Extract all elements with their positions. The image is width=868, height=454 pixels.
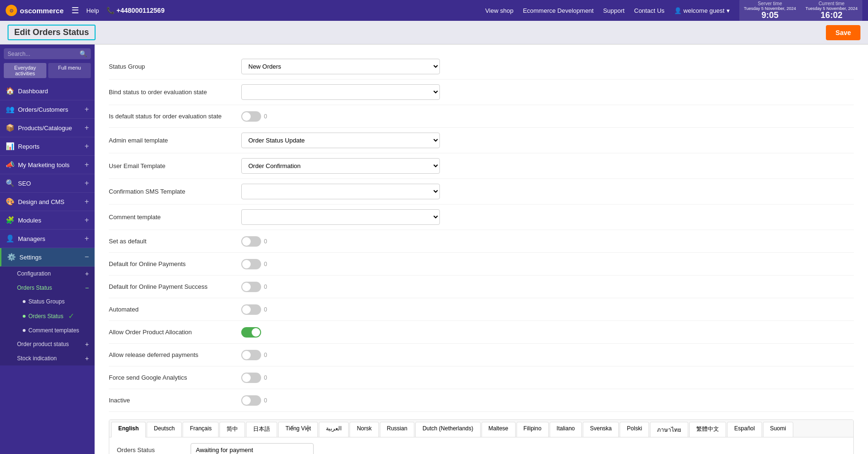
sidebar-item-seo[interactable]: 🔍 SEO +	[0, 174, 95, 193]
sidebar-item-label: SEO	[18, 180, 31, 187]
sidebar-sub-orders-status[interactable]: Orders Status ✓	[0, 308, 95, 324]
field-control-user-email[interactable]: Order Confirmation Order Status Update	[241, 158, 440, 174]
orders-status-input[interactable]	[191, 443, 314, 454]
lang-tab-english[interactable]: English	[111, 422, 146, 437]
support-link[interactable]: Support	[603, 7, 625, 14]
toggle-wrap-is-default: 0	[241, 111, 440, 122]
toggle-allow-deferred[interactable]	[241, 350, 261, 360]
orders-icon: 👥	[6, 105, 14, 114]
toggle-set-default[interactable]	[241, 236, 261, 247]
toggle-is-default[interactable]	[241, 111, 261, 122]
sidebar-sub-label: Orders Status	[28, 313, 63, 320]
view-shop-link[interactable]: View shop	[485, 7, 514, 14]
form-row-set-default: Set as default 0	[109, 230, 854, 253]
toggle-default-online[interactable]	[241, 259, 261, 269]
sidebar-item-marketing[interactable]: 📣 My Marketing tools +	[0, 156, 95, 174]
everyday-activities-tab[interactable]: Everyday activities	[4, 63, 46, 78]
sub-header: Edit Orders Status Save	[0, 21, 868, 45]
field-control-force-google: 0	[241, 373, 440, 383]
seo-icon: 🔍	[6, 179, 14, 187]
sidebar-item-dashboard[interactable]: 🏠 Dashboard	[0, 82, 95, 100]
sidebar-item-managers[interactable]: 👤 Managers +	[0, 230, 95, 248]
sidebar-item-reports[interactable]: 📊 Reports +	[0, 137, 95, 156]
sidebar-item-products[interactable]: 📦 Products/Catalogue +	[0, 119, 95, 137]
sidebar-item-modules[interactable]: 🧩 Modules +	[0, 211, 95, 230]
field-control-bind-status[interactable]	[241, 84, 440, 100]
lang-tab-polski[interactable]: Polski	[620, 422, 649, 437]
lang-tab-العربية[interactable]: العربية	[319, 422, 349, 437]
status-group-select[interactable]: New Orders Processing Shipped Completed …	[241, 59, 440, 74]
lang-tab-italiano[interactable]: Italiano	[550, 422, 582, 437]
lang-tab-svenska[interactable]: Svenska	[583, 422, 619, 437]
field-control-sms[interactable]	[241, 184, 440, 199]
lang-tab-简中[interactable]: 简中	[219, 422, 245, 437]
lang-tab-suomi[interactable]: Suomi	[763, 422, 793, 437]
search-input[interactable]	[8, 51, 79, 57]
field-control-comment[interactable]	[241, 209, 440, 225]
sidebar-sub-label: Comment templates	[28, 327, 79, 334]
lang-tab-tiếngviệt[interactable]: Tiếng Việt	[278, 422, 318, 437]
toggle-label: 0	[264, 238, 267, 245]
sidebar-item-design[interactable]: 🎨 Design and CMS +	[0, 193, 95, 211]
field-control-status-group[interactable]: New Orders Processing Shipped Completed …	[241, 59, 440, 74]
field-label-default-online-success: Default for Online Payment Success	[109, 283, 241, 290]
save-button[interactable]: Save	[826, 25, 860, 40]
toggle-automated[interactable]	[241, 304, 261, 315]
sidebar-sub-configuration[interactable]: Configuration +	[0, 267, 95, 281]
sidebar: 🔍 Everyday activities Full menu 🏠 Dashbo…	[0, 45, 95, 454]
toggle-force-google[interactable]	[241, 373, 261, 383]
form-row-default-online-success: Default for Online Payment Success 0	[109, 276, 854, 298]
toggle-default-online-success[interactable]	[241, 282, 261, 292]
lang-tab-maltese[interactable]: Maltese	[482, 422, 516, 437]
bind-status-select[interactable]	[241, 84, 440, 100]
sidebar-item-settings[interactable]: ⚙️ Settings −	[0, 248, 95, 267]
logo[interactable]: ⊙ oscommerce	[6, 5, 64, 16]
lang-tab-dutch(netherlands)[interactable]: Dutch (Netherlands)	[415, 422, 480, 437]
lang-tab-español[interactable]: Español	[727, 422, 762, 437]
sidebar-sub-label: Configuration	[17, 270, 51, 277]
sidebar-sub-stock-indication[interactable]: Stock indication +	[0, 351, 95, 365]
sidebar-sub-status-groups[interactable]: Status Groups	[0, 295, 95, 308]
sidebar-sub-orders-status-group[interactable]: Orders Status −	[0, 281, 95, 295]
user-email-select[interactable]: Order Confirmation Order Status Update	[241, 158, 440, 174]
toggle-label: 0	[264, 284, 267, 290]
lang-tab-norsk[interactable]: Norsk	[350, 422, 378, 437]
toggle-allow-allocation[interactable]	[241, 327, 261, 338]
lang-tab-deutsch[interactable]: Deutsch	[147, 422, 182, 437]
sidebar-item-label: Orders/Customers	[18, 106, 68, 113]
lang-tab-russian[interactable]: Russian	[380, 422, 414, 437]
plus-icon: +	[85, 355, 89, 362]
form-row-comment: Comment template	[109, 205, 854, 230]
help-link[interactable]: Help	[87, 7, 99, 14]
sidebar-item-label: My Marketing tools	[18, 161, 70, 169]
lang-tab-繁體中文[interactable]: 繁體中文	[689, 422, 726, 437]
field-control-admin-email[interactable]: Order Status Update Order Confirmation	[241, 133, 440, 148]
form-row-admin-email: Admin email template Order Status Update…	[109, 128, 854, 153]
full-menu-tab[interactable]: Full menu	[48, 63, 91, 78]
sms-select[interactable]	[241, 184, 440, 199]
hamburger-menu[interactable]: ☰	[71, 5, 79, 16]
lang-tab-日本語[interactable]: 日本語	[246, 422, 277, 437]
sidebar-item-orders-customers[interactable]: 👥 Orders/Customers +	[0, 100, 95, 119]
lang-tab-français[interactable]: Français	[183, 422, 219, 437]
plus-icon: +	[85, 216, 89, 224]
plus-icon: +	[85, 142, 89, 151]
comment-select[interactable]	[241, 209, 440, 225]
lang-tab-filipino[interactable]: Filipino	[517, 422, 549, 437]
field-label-is-default: Is default status for order evaluation s…	[109, 113, 241, 120]
design-icon: 🎨	[6, 197, 14, 206]
lang-tab-ภาษาไทย[interactable]: ภาษาไทย	[650, 422, 688, 437]
contact-us-link[interactable]: Contact Us	[634, 7, 665, 14]
sidebar-search-box[interactable]: 🔍	[4, 48, 91, 59]
admin-email-select[interactable]: Order Status Update Order Confirmation	[241, 133, 440, 148]
user-dropdown-icon: ▾	[727, 7, 730, 14]
toggle-inactive[interactable]	[241, 395, 261, 406]
field-label-sms: Confirmation SMS Template	[109, 188, 241, 195]
field-label-inactive: Inactive	[109, 397, 241, 404]
sidebar-sub-comment-templates[interactable]: Comment templates	[0, 324, 95, 337]
user-icon: 👤	[674, 7, 682, 14]
ecommerce-dev-link[interactable]: Ecommerce Development	[523, 7, 594, 14]
sidebar-sub-order-product-status[interactable]: Order product status +	[0, 337, 95, 351]
time-area: Server time Tuesday 5 November, 2024 9:0…	[739, 0, 862, 22]
user-area[interactable]: 👤 welcome guest ▾	[674, 7, 730, 14]
